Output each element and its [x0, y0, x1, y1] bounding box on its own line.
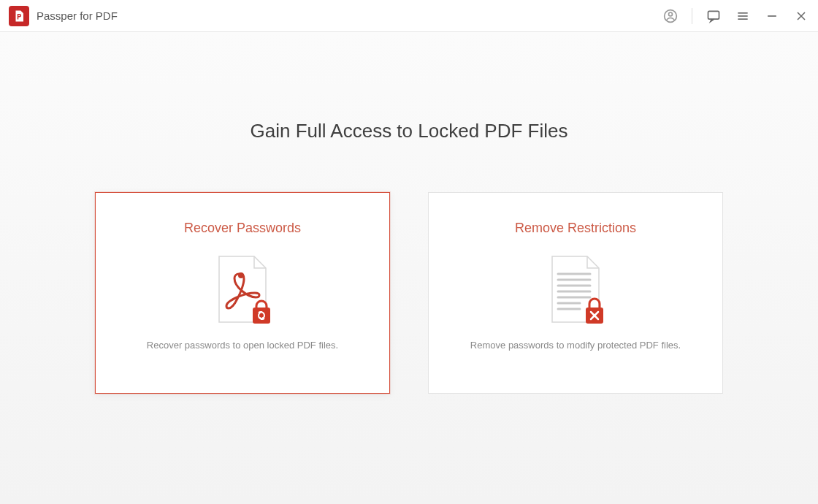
card-description: Recover passwords to open locked PDF fil… [125, 340, 360, 351]
titlebar-divider [692, 8, 692, 24]
document-restricted-icon [546, 255, 605, 324]
pdf-locked-icon [213, 255, 272, 324]
svg-rect-10 [253, 308, 270, 324]
app-logo-icon [9, 6, 29, 26]
account-icon[interactable] [662, 8, 679, 24]
card-title: Recover Passwords [184, 221, 301, 236]
action-cards: Recover Passwords [95, 192, 723, 394]
page-headline: Gain Full Access to Locked PDF Files [251, 120, 568, 142]
remove-restrictions-card[interactable]: Remove Restrictions [428, 192, 723, 394]
app-title: Passper for PDF [37, 9, 118, 22]
close-icon[interactable] [793, 8, 809, 24]
recover-passwords-card[interactable]: Recover Passwords [95, 192, 390, 394]
feedback-icon[interactable] [706, 8, 722, 24]
menu-icon[interactable] [735, 8, 751, 24]
svg-point-1 [669, 12, 673, 16]
main-content: Gain Full Access to Locked PDF Files Rec… [0, 32, 818, 504]
minimize-icon[interactable] [764, 8, 780, 24]
svg-rect-2 [708, 11, 719, 19]
card-title: Remove Restrictions [515, 221, 636, 236]
svg-point-9 [238, 272, 244, 278]
card-description: Remove passwords to modify protected PDF… [448, 340, 703, 351]
titlebar: Passper for PDF [0, 0, 818, 32]
